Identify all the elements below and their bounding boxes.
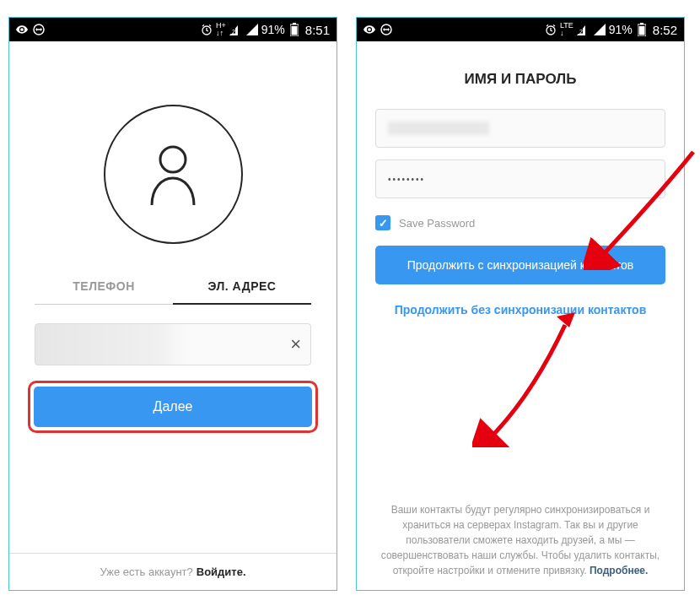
phone-right: LTE↓ 2 91% 8:52 ИМЯ И ПАРОЛЬ •••••••• xyxy=(356,17,685,591)
highlight-frame: Далее xyxy=(28,381,318,433)
login-link[interactable]: Войдите. xyxy=(197,565,246,578)
avatar-placeholder xyxy=(104,105,243,244)
clear-icon[interactable]: × xyxy=(290,335,301,354)
signup-tabs: ТЕЛЕФОН ЭЛ. АДРЕС xyxy=(35,269,311,305)
alarm-icon xyxy=(545,24,557,35)
battery-icon xyxy=(636,24,648,35)
svg-rect-14 xyxy=(638,26,644,35)
name-field[interactable] xyxy=(375,109,665,148)
tab-email[interactable]: ЭЛ. АДРЕС xyxy=(173,269,311,305)
svg-rect-6 xyxy=(291,26,297,35)
status-bar: H+↓↑ 2 91% 8:51 xyxy=(9,18,337,41)
svg-point-7 xyxy=(160,147,186,172)
network-type-icon: H+↓↑ xyxy=(216,22,226,37)
eye-icon xyxy=(363,24,375,35)
svg-text:2: 2 xyxy=(232,29,235,35)
continue-with-sync-button[interactable]: Продолжить с синхронизацией контактов xyxy=(375,246,665,284)
phone-left: H+↓↑ 2 91% 8:51 ТЕЛЕФ xyxy=(8,17,337,591)
save-password-checkbox[interactable]: ✓ xyxy=(375,215,390,230)
battery-percent: 91% xyxy=(261,23,285,36)
svg-text:2: 2 xyxy=(579,29,583,35)
network-type-icon: LTE↓ xyxy=(560,22,573,37)
status-bar: LTE↓ 2 91% 8:52 xyxy=(357,18,684,41)
clock: 8:52 xyxy=(653,23,677,37)
clock: 8:51 xyxy=(305,23,330,37)
password-field[interactable]: •••••••• xyxy=(375,160,665,198)
teamviewer-icon xyxy=(380,24,392,35)
tab-phone[interactable]: ТЕЛЕФОН xyxy=(35,269,173,305)
learn-more-link[interactable]: Подробнее. xyxy=(590,565,648,576)
network-2-icon: 2 xyxy=(229,24,243,35)
network-2-icon: 2 xyxy=(577,24,590,35)
contacts-disclaimer: Ваши контакты будут регулярно синхронизи… xyxy=(380,502,660,578)
footer-text: Уже есть аккаунт? xyxy=(100,565,192,578)
continue-without-sync-link[interactable]: Продолжить без синхронизации контактов xyxy=(375,303,665,317)
alarm-icon xyxy=(201,24,213,35)
login-footer: Уже есть аккаунт? Войдите. xyxy=(9,553,337,590)
email-input[interactable] xyxy=(35,323,311,365)
battery-icon xyxy=(288,24,300,35)
page-title: ИМЯ И ПАРОЛЬ xyxy=(357,41,684,109)
signal-icon xyxy=(246,24,258,35)
teamviewer-icon xyxy=(33,24,45,35)
eye-icon xyxy=(16,24,28,35)
signal-icon xyxy=(594,24,606,35)
save-password-label: Save Password xyxy=(399,217,475,230)
battery-percent: 91% xyxy=(609,23,633,36)
next-button[interactable]: Далее xyxy=(34,387,312,427)
